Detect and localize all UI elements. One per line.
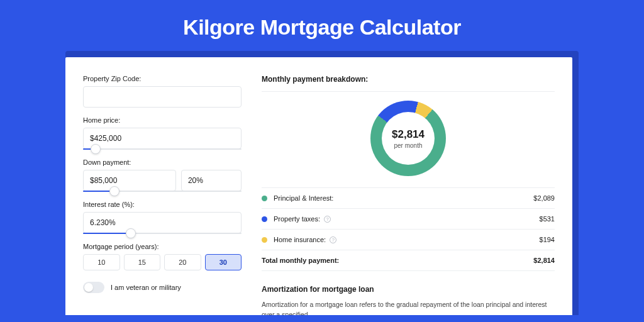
inputs-column: Property Zip Code: Home price: Down paym… bbox=[83, 75, 242, 315]
zip-field: Property Zip Code: bbox=[83, 75, 242, 108]
card-shadow: Property Zip Code: Home price: Down paym… bbox=[65, 51, 579, 315]
legend-total-label: Total monthly payment: bbox=[262, 257, 533, 264]
rate-input[interactable] bbox=[83, 212, 242, 233]
donut-chart: $2,814 per month bbox=[370, 101, 446, 176]
legend-row-0: Principal & Interest:$2,089 bbox=[262, 188, 555, 209]
zip-label: Property Zip Code: bbox=[83, 75, 242, 82]
donut-amount: $2,814 bbox=[392, 128, 425, 141]
down-slider-thumb[interactable] bbox=[109, 186, 119, 196]
period-option-15[interactable]: 15 bbox=[124, 254, 161, 270]
info-icon[interactable]: ? bbox=[324, 216, 331, 223]
legend-row-1: Property taxes:?$531 bbox=[262, 209, 555, 230]
period-option-10[interactable]: 10 bbox=[83, 254, 120, 270]
veteran-toggle-knob bbox=[84, 283, 93, 292]
legend-row-total: Total monthly payment:$2,814 bbox=[262, 250, 555, 271]
donut-center: $2,814 per month bbox=[382, 112, 435, 165]
breakdown-heading: Monthly payment breakdown: bbox=[262, 75, 555, 92]
period-options: 10152030 bbox=[83, 254, 242, 270]
down-percent-input[interactable] bbox=[181, 170, 242, 191]
legend-swatch bbox=[262, 237, 267, 243]
period-option-30[interactable]: 30 bbox=[205, 254, 242, 270]
legend-label: Home insurance:? bbox=[274, 236, 540, 243]
legend-label: Principal & Interest: bbox=[274, 194, 533, 202]
price-field: Home price: bbox=[83, 116, 242, 150]
period-field: Mortgage period (years): 10152030 bbox=[83, 243, 242, 270]
down-amount-input[interactable] bbox=[83, 170, 176, 191]
veteran-toggle[interactable] bbox=[83, 282, 104, 293]
rate-slider-fill bbox=[83, 233, 131, 234]
price-label: Home price: bbox=[83, 116, 242, 124]
veteran-label: I am veteran or military bbox=[111, 284, 181, 291]
page-title: Kilgore Mortgage Calculator bbox=[0, 0, 644, 51]
zip-input[interactable] bbox=[83, 86, 242, 108]
legend-swatch bbox=[262, 196, 267, 201]
rate-slider[interactable] bbox=[83, 233, 242, 234]
legend-total-value: $2,814 bbox=[533, 257, 555, 264]
legend-value: $2,089 bbox=[533, 194, 555, 202]
down-slider[interactable] bbox=[83, 191, 242, 192]
rate-label: Interest rate (%): bbox=[83, 201, 242, 208]
down-label: Down payment: bbox=[83, 158, 242, 166]
donut-sublabel: per month bbox=[394, 142, 422, 149]
legend-swatch bbox=[262, 216, 267, 222]
price-slider[interactable] bbox=[83, 148, 242, 150]
legend-value: $531 bbox=[540, 215, 555, 223]
veteran-row: I am veteran or military bbox=[83, 282, 242, 293]
rate-field: Interest rate (%): bbox=[83, 201, 242, 234]
breakdown-column: Monthly payment breakdown: $2,814 per mo… bbox=[262, 75, 555, 315]
donut-chart-wrap: $2,814 per month bbox=[262, 92, 555, 187]
legend-row-2: Home insurance:?$194 bbox=[262, 230, 555, 250]
amortization-heading: Amortization for mortgage loan bbox=[262, 275, 555, 300]
period-option-20[interactable]: 20 bbox=[164, 254, 201, 270]
price-input[interactable] bbox=[83, 128, 242, 149]
price-slider-thumb[interactable] bbox=[91, 144, 101, 154]
legend-value: $194 bbox=[540, 236, 555, 243]
legend-label: Property taxes:? bbox=[274, 215, 540, 223]
period-label: Mortgage period (years): bbox=[83, 243, 242, 250]
rate-slider-thumb[interactable] bbox=[126, 228, 136, 238]
down-field: Down payment: bbox=[83, 158, 242, 192]
calculator-card: Property Zip Code: Home price: Down paym… bbox=[65, 57, 572, 315]
breakdown-legend: Principal & Interest:$2,089Property taxe… bbox=[262, 187, 555, 271]
amortization-body: Amortization for a mortgage loan refers … bbox=[262, 300, 555, 315]
info-icon[interactable]: ? bbox=[330, 236, 336, 243]
